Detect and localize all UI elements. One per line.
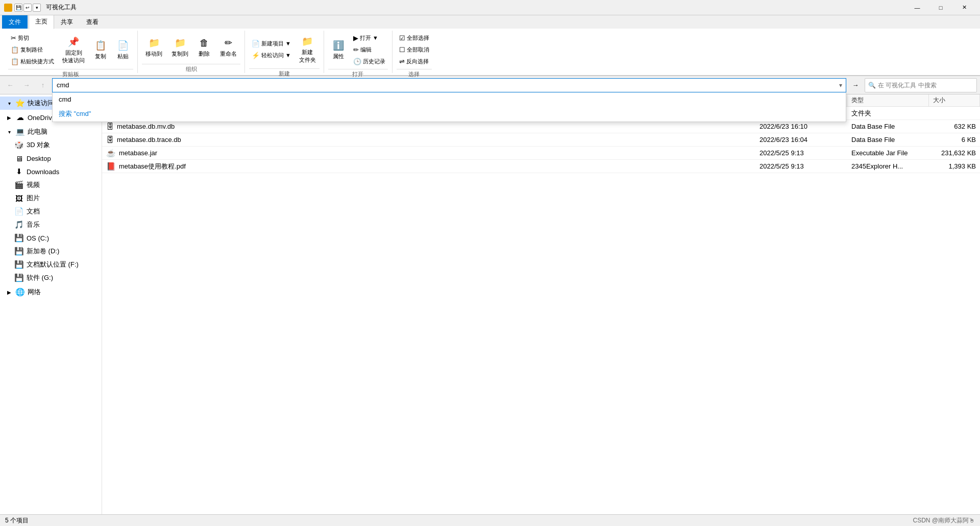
desktop-icon: 🖥: [14, 154, 23, 163]
file-size-cell: 1,393 KB: [929, 160, 980, 173]
videos-icon: 🎬: [14, 180, 23, 189]
maximize-button[interactable]: □: [929, 0, 952, 15]
ribbon-btn-copy-path[interactable]: 📋 复制路径: [8, 44, 57, 55]
back-button[interactable]: ←: [3, 78, 17, 92]
ribbon-btn-easy-access[interactable]: ⚡ 轻松访问 ▼: [249, 50, 293, 61]
new-label: 新建: [249, 68, 320, 78]
drive-f-icon: 💾: [14, 260, 23, 269]
onedrive-icon: ☁: [15, 113, 24, 122]
music-icon: 🎵: [14, 220, 23, 229]
table-row[interactable]: 🗄 metabase.db.trace.db 2022/6/23 16:04 D…: [102, 133, 980, 147]
dropdown-search[interactable]: 搜索 "cmd": [53, 106, 846, 122]
window-controls: — □ ✕: [905, 0, 976, 15]
sidebar-item-3d-objects[interactable]: 🎲 3D 对象: [0, 138, 102, 152]
close-button[interactable]: ✕: [952, 0, 976, 15]
address-go-button[interactable]: →: [848, 78, 863, 92]
ribbon-btn-open[interactable]: ▶ 打开 ▼: [351, 33, 388, 43]
cut-icon: ✂: [11, 34, 16, 42]
database-icon: 🗄: [106, 122, 114, 131]
organize-label: 组织: [142, 64, 240, 73]
ribbon-group-organize: 📁 移动到 📁 复制到 🗑 删除 ✏ 重命名 组织: [138, 31, 245, 73]
ribbon-btn-history[interactable]: 🕒 历史记录: [351, 56, 388, 67]
ribbon-btn-new-folder[interactable]: 📁 新建文件夹: [296, 33, 320, 66]
ribbon-btn-pin[interactable]: 📌 固定到快速访问: [59, 33, 88, 67]
up-button[interactable]: ↑: [36, 78, 50, 92]
tab-share[interactable]: 共享: [54, 15, 80, 29]
folder-icon: [4, 4, 12, 12]
quick-access-toolbar: 💾 ↩ ▾: [14, 4, 41, 12]
expand-icon: ▾: [6, 129, 12, 135]
select-none-icon: ☐: [399, 46, 405, 54]
address-input[interactable]: [52, 78, 846, 92]
sidebar-item-docs-f[interactable]: 💾 文档默认位置 (F:): [0, 258, 102, 271]
save-btn[interactable]: 💾: [14, 4, 22, 12]
undo-btn[interactable]: ↩: [23, 4, 32, 12]
database-icon: 🗄: [106, 135, 114, 144]
ribbon-btn-rename[interactable]: ✏ 重命名: [216, 34, 240, 60]
tab-file[interactable]: 文件: [2, 15, 28, 29]
pictures-icon: 🖼: [14, 194, 23, 203]
file-size-cell: 6 KB: [929, 133, 980, 146]
forward-button[interactable]: →: [19, 78, 34, 92]
file-size-cell: 632 KB: [929, 120, 980, 133]
ribbon-btn-select-all[interactable]: ☑ 全部选择: [397, 33, 432, 43]
dropdown-cmd[interactable]: cmd: [53, 92, 846, 106]
edit-icon: ✏: [353, 46, 359, 54]
table-row[interactable]: 📕 metabase使用教程.pdf 2022/5/25 9:13 2345Ex…: [102, 160, 980, 173]
sidebar-item-new-d[interactable]: 💾 新加卷 (D:): [0, 245, 102, 258]
ribbon-btn-cut[interactable]: ✂ 剪切: [8, 33, 57, 43]
sidebar-item-this-pc[interactable]: ▾ 💻 此电脑: [0, 125, 102, 138]
minimize-button[interactable]: —: [905, 0, 929, 15]
sidebar-item-os-c[interactable]: 💾 OS (C:): [0, 231, 102, 245]
search-input[interactable]: [878, 82, 973, 89]
address-dropdown-arrow[interactable]: ▾: [835, 78, 846, 92]
new-content: 📄 新建项目 ▼ ⚡ 轻松访问 ▼ 📁 新建文件夹: [249, 31, 320, 68]
new-item-icon: 📄: [252, 40, 260, 47]
file-type-cell: Data Base File: [847, 120, 929, 133]
table-row[interactable]: 🗄 metabase.db.mv.db 2022/6/23 16:10 Data…: [102, 120, 980, 133]
column-type[interactable]: 类型: [847, 94, 929, 106]
ribbon-btn-invert-select[interactable]: ⇌ 反向选择: [397, 56, 432, 67]
ribbon: 文件 主页 共享 查看 ✂ 剪切 📋 复制路径 📋: [0, 15, 980, 76]
pin-icon: 📌: [67, 36, 80, 48]
sidebar-item-documents[interactable]: 📄 文档: [0, 205, 102, 218]
drive-d-icon: 💾: [14, 247, 23, 256]
sidebar-item-desktop[interactable]: 🖥 Desktop: [0, 152, 102, 165]
ribbon-btn-properties[interactable]: ℹ️ 属性: [328, 37, 349, 63]
file-type-cell: Executable Jar File: [847, 147, 929, 159]
paste-shortcut-icon: 📋: [11, 58, 19, 65]
column-size[interactable]: 大小: [929, 94, 980, 106]
ribbon-btn-copy-to[interactable]: 📁 复制到: [168, 34, 192, 60]
new-folder-icon: 📁: [301, 35, 313, 47]
computer-icon: 💻: [15, 127, 24, 136]
ribbon-btn-delete[interactable]: 🗑 删除: [194, 34, 214, 60]
open-label: 打开: [328, 69, 388, 78]
status-bar: 5 个项目 CSDN @南师大蒜阿🖱: [0, 514, 980, 526]
jar-icon: ☕: [106, 149, 116, 158]
ribbon-btn-edit[interactable]: ✏ 编辑: [351, 44, 388, 55]
sidebar-item-videos[interactable]: 🎬 视频: [0, 178, 102, 192]
sidebar-item-software-g[interactable]: 💾 软件 (G:): [0, 271, 102, 284]
sidebar-item-pictures[interactable]: 🖼 图片: [0, 192, 102, 205]
table-row[interactable]: ☕ metabase.jar 2022/5/25 9:13 Executable…: [102, 147, 980, 160]
tab-home[interactable]: 主页: [29, 15, 54, 29]
ribbon-btn-paste-shortcut[interactable]: 📋 粘贴快捷方式: [8, 56, 57, 67]
search-icon: 🔍: [868, 82, 876, 89]
sidebar-item-music[interactable]: 🎵 音乐: [0, 218, 102, 231]
ribbon-btn-select-none[interactable]: ☐ 全部取消: [397, 44, 432, 55]
file-size-cell: 231,632 KB: [929, 147, 980, 159]
ribbon-btn-new-item[interactable]: 📄 新建项目 ▼: [249, 38, 293, 49]
redo-btn[interactable]: ▾: [33, 4, 41, 12]
ribbon-btn-copy[interactable]: 📋 复制: [90, 37, 111, 63]
ribbon-btn-paste[interactable]: 📄 粘贴: [113, 37, 133, 63]
select-all-icon: ☑: [399, 34, 405, 42]
invert-select-icon: ⇌: [399, 58, 405, 65]
address-dropdown: cmd 搜索 "cmd": [52, 92, 846, 122]
ribbon-btn-move[interactable]: 📁 移动到: [142, 34, 166, 60]
sidebar-item-network[interactable]: ▶ 🌐 网络: [0, 285, 102, 299]
clipboard-content: ✂ 剪切 📋 复制路径 📋 粘贴快捷方式 📌 固定到快速访问: [8, 31, 133, 69]
sidebar-item-downloads[interactable]: ⬇ Downloads: [0, 165, 102, 178]
tab-view[interactable]: 查看: [80, 15, 105, 29]
paste-icon: 📄: [117, 39, 129, 52]
drive-g-icon: 💾: [14, 273, 23, 282]
